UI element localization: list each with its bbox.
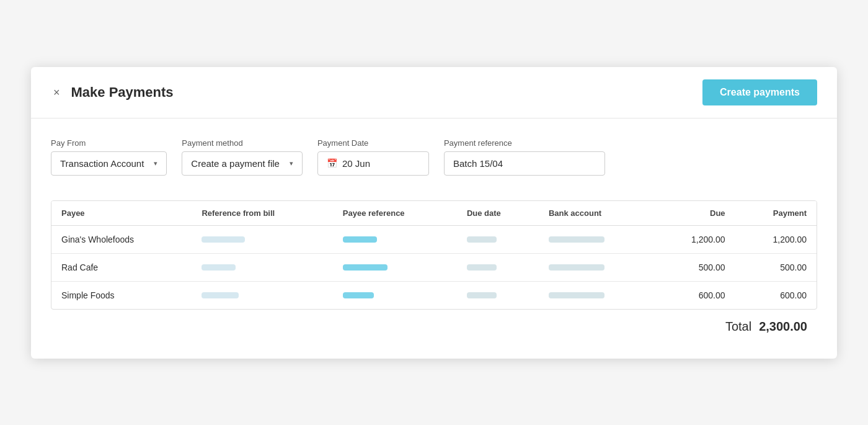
due-date-cell <box>457 253 539 281</box>
col-due: Due <box>653 201 735 226</box>
bank-account-skeleton <box>549 292 604 298</box>
pay-from-select[interactable]: Transaction Account ▾ <box>51 151 167 176</box>
payment-reference-input[interactable] <box>444 151 605 176</box>
close-button[interactable]: × <box>51 86 63 99</box>
total-row: Total 2,300.00 <box>51 310 817 334</box>
payment-date-group: Payment Date 📅 20 Jun <box>317 138 429 176</box>
payee-reference-cell <box>333 281 457 309</box>
table-header-row: Payee Reference from bill Payee referenc… <box>51 201 817 226</box>
payment-method-select[interactable]: Create a payment file ▾ <box>182 151 303 176</box>
payee-name: Simple Foods <box>51 281 192 309</box>
due-date-skeleton <box>467 292 497 298</box>
payee-ref-skeleton <box>343 264 388 271</box>
table-row: Rad Cafe 500.00 <box>51 253 817 281</box>
bank-account-skeleton <box>549 236 604 243</box>
bank-account-cell <box>539 281 653 309</box>
pay-from-value: Transaction Account <box>60 158 144 169</box>
due-amount: 500.00 <box>653 253 735 281</box>
header-left: × Make Payments <box>51 84 174 101</box>
col-payment: Payment <box>735 201 817 226</box>
payment-reference-group: Payment reference <box>444 138 605 176</box>
modal-header: × Make Payments Create payments <box>31 67 837 119</box>
due-amount: 1,200.00 <box>653 225 735 253</box>
table-row: Gina's Wholefoods 1,200. <box>51 225 817 253</box>
payment-reference-label: Payment reference <box>444 138 605 148</box>
modal-body: Pay From Transaction Account ▾ Payment m… <box>31 119 837 359</box>
payment-method-chevron-icon: ▾ <box>290 159 293 168</box>
payments-table-wrapper: Payee Reference from bill Payee referenc… <box>51 200 817 310</box>
payment-date-value: 20 Jun <box>342 158 370 169</box>
payment-amount: 500.00 <box>735 253 817 281</box>
modal-title: Make Payments <box>71 84 174 101</box>
payments-table: Payee Reference from bill Payee referenc… <box>51 201 817 309</box>
due-date-skeleton <box>467 264 497 271</box>
col-bank-account: Bank account <box>539 201 653 226</box>
payment-method-value: Create a payment file <box>191 158 280 169</box>
make-payments-modal: × Make Payments Create payments Pay From… <box>31 67 837 359</box>
payee-ref-skeleton <box>343 292 374 298</box>
create-payments-button[interactable]: Create payments <box>702 79 817 105</box>
payee-reference-cell <box>333 253 457 281</box>
due-amount: 600.00 <box>653 281 735 309</box>
payee-reference-cell <box>333 225 457 253</box>
due-date-skeleton <box>467 236 497 243</box>
reference-from-bill-cell <box>192 225 332 253</box>
reference-skeleton <box>202 236 245 243</box>
due-date-cell <box>457 281 539 309</box>
payment-amount: 600.00 <box>735 281 817 309</box>
payment-date-label: Payment Date <box>317 138 429 148</box>
col-payee: Payee <box>51 201 192 226</box>
pay-from-label: Pay From <box>51 138 167 148</box>
bank-account-cell <box>539 225 653 253</box>
pay-from-chevron-icon: ▾ <box>154 159 157 168</box>
col-payee-reference: Payee reference <box>333 201 457 226</box>
reference-from-bill-cell <box>192 281 332 309</box>
total-value: 2,300.00 <box>759 320 807 334</box>
payee-name: Rad Cafe <box>51 253 192 281</box>
table-row: Simple Foods 600.00 <box>51 281 817 309</box>
pay-from-group: Pay From Transaction Account ▾ <box>51 138 167 176</box>
payment-method-group: Payment method Create a payment file ▾ <box>182 138 303 176</box>
form-row: Pay From Transaction Account ▾ Payment m… <box>51 138 817 176</box>
reference-skeleton <box>202 264 236 271</box>
reference-skeleton <box>202 292 239 298</box>
payment-amount: 1,200.00 <box>735 225 817 253</box>
payee-name: Gina's Wholefoods <box>51 225 192 253</box>
col-due-date: Due date <box>457 201 539 226</box>
payee-ref-skeleton <box>343 236 377 243</box>
col-reference-from-bill: Reference from bill <box>192 201 332 226</box>
bank-account-cell <box>539 253 653 281</box>
bank-account-skeleton <box>549 264 604 271</box>
payment-method-label: Payment method <box>182 138 303 148</box>
calendar-icon: 📅 <box>327 158 337 168</box>
total-label: Total <box>725 320 751 334</box>
reference-from-bill-cell <box>192 253 332 281</box>
due-date-cell <box>457 225 539 253</box>
payment-date-input[interactable]: 📅 20 Jun <box>317 151 429 176</box>
